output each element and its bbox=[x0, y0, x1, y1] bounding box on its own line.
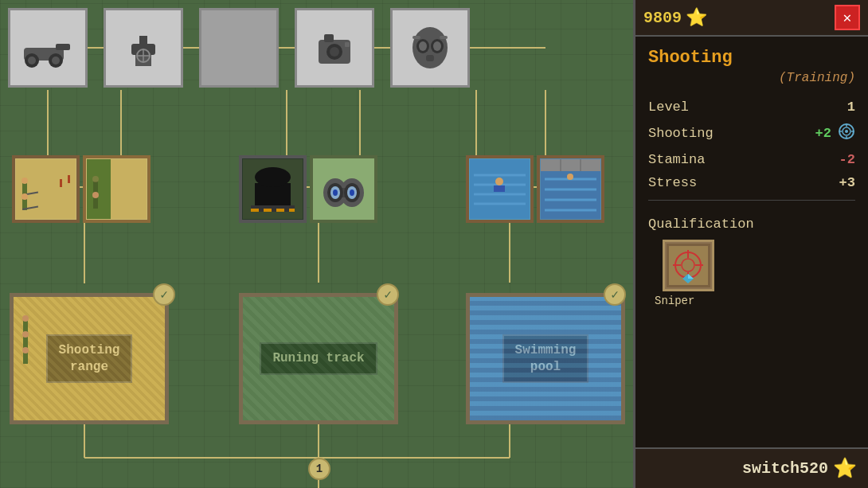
equipment-icon bbox=[307, 20, 362, 76]
svg-rect-53 bbox=[68, 175, 70, 183]
svg-rect-86 bbox=[494, 185, 505, 192]
panel-title: Shooting bbox=[648, 48, 855, 68]
target-icon bbox=[838, 123, 855, 144]
svg-point-77 bbox=[333, 189, 338, 196]
svg-rect-63 bbox=[255, 167, 291, 187]
stamina-label: Stamina bbox=[648, 152, 705, 167]
empty-icon-box[interactable] bbox=[199, 8, 279, 88]
stress-stat-row: Stress +3 bbox=[648, 175, 855, 190]
svg-point-59 bbox=[92, 192, 99, 198]
shooting-range-facility[interactable]: Shooting range bbox=[10, 293, 169, 424]
svg-point-97 bbox=[22, 315, 29, 322]
level-stat-row: Level 1 bbox=[648, 100, 855, 115]
shooting-range-art bbox=[22, 305, 69, 369]
panel-content: Shooting (Training) Level 1 Shooting +2 bbox=[635, 37, 868, 447]
panel-divider bbox=[648, 200, 855, 201]
username-text: switch520 bbox=[742, 459, 828, 478]
panel-footer: switch520 ⭐ bbox=[635, 447, 868, 488]
shooting-range-scene-1 bbox=[16, 159, 76, 219]
swimming-pool-checkmark: ✓ bbox=[604, 283, 626, 306]
shooting-range-thumb-1[interactable] bbox=[12, 155, 80, 223]
svg-rect-96 bbox=[23, 321, 28, 332]
svg-rect-65 bbox=[251, 209, 259, 212]
panel-header: 9809 ⭐ ✕ bbox=[635, 0, 868, 37]
svg-point-101 bbox=[22, 347, 29, 353]
svg-point-57 bbox=[92, 176, 99, 182]
sniper-label: Sniper bbox=[655, 295, 694, 307]
swimming-pool-facility[interactable]: Swimming pool bbox=[466, 293, 625, 424]
running-track-facility[interactable]: Runing track bbox=[239, 293, 398, 424]
shooting-range-checkmark: ✓ bbox=[153, 283, 175, 306]
cannon-icon bbox=[20, 20, 76, 76]
game-area: ✓ ✓ ✓ Shooting range Runing track Swimmi… bbox=[0, 0, 633, 488]
svg-rect-44 bbox=[440, 36, 448, 39]
right-panel: 9809 ⭐ ✕ Shooting (Training) Level 1 Sho… bbox=[633, 0, 868, 488]
stamina-stat-row: Stamina -2 bbox=[648, 152, 855, 167]
swimming-pool-thumb-1[interactable] bbox=[466, 155, 534, 223]
running-track-thumb-1[interactable] bbox=[239, 155, 307, 223]
shooting-range-thumbs bbox=[12, 155, 151, 223]
svg-point-41 bbox=[433, 41, 441, 51]
svg-point-40 bbox=[419, 41, 427, 51]
level-value: 1 bbox=[847, 100, 855, 115]
svg-rect-42 bbox=[426, 55, 434, 61]
close-button[interactable]: ✕ bbox=[835, 5, 860, 30]
svg-point-95 bbox=[567, 174, 573, 180]
crosshair-icon-box[interactable] bbox=[104, 8, 183, 88]
svg-point-85 bbox=[495, 178, 503, 185]
running-track-thumbs bbox=[239, 155, 377, 223]
level-label: Level bbox=[648, 100, 689, 115]
tunnel-scene bbox=[243, 159, 303, 219]
svg-rect-33 bbox=[324, 34, 334, 42]
svg-rect-66 bbox=[264, 209, 272, 212]
svg-rect-36 bbox=[345, 42, 350, 47]
svg-point-35 bbox=[330, 47, 339, 57]
sniper-icon bbox=[667, 244, 710, 287]
sniper-icon-box[interactable] bbox=[663, 240, 714, 291]
svg-rect-52 bbox=[60, 179, 62, 187]
running-track-thumb-2[interactable] bbox=[310, 155, 377, 223]
gold-value: 9809 bbox=[643, 9, 682, 27]
cannon-icon-box[interactable] bbox=[8, 8, 88, 88]
svg-rect-43 bbox=[412, 36, 420, 39]
swimming-pool-thumb-2[interactable] bbox=[537, 155, 604, 223]
svg-point-24 bbox=[28, 57, 36, 64]
shooting-value: +2 bbox=[815, 123, 855, 144]
svg-point-104 bbox=[845, 130, 848, 133]
equipment-icon-box[interactable] bbox=[295, 8, 374, 88]
gold-star-icon: ⭐ bbox=[686, 7, 707, 29]
shooting-range-scene-2 bbox=[87, 159, 147, 219]
turret-icon bbox=[115, 20, 171, 76]
svg-rect-68 bbox=[289, 209, 295, 212]
stress-value: +3 bbox=[839, 175, 855, 190]
svg-point-47 bbox=[22, 178, 28, 184]
stress-label: Stress bbox=[648, 175, 697, 190]
qualification-section: Qualification bbox=[648, 217, 855, 307]
gasmask-icon bbox=[402, 20, 458, 76]
svg-point-25 bbox=[52, 57, 60, 64]
svg-rect-28 bbox=[139, 36, 147, 45]
stamina-value: -2 bbox=[839, 152, 855, 167]
pool-scene-1 bbox=[470, 159, 530, 219]
bottom-badge: 1 bbox=[308, 458, 330, 480]
gold-display: 9809 ⭐ bbox=[643, 7, 707, 29]
swimming-pool-thumbs bbox=[466, 155, 604, 223]
running-track-checkmark: ✓ bbox=[377, 283, 399, 306]
svg-rect-100 bbox=[23, 353, 28, 364]
qualification-label: Qualification bbox=[648, 217, 855, 232]
svg-rect-21 bbox=[56, 44, 70, 50]
gasmask-icon-box[interactable] bbox=[390, 8, 470, 88]
svg-point-50 bbox=[22, 193, 28, 200]
binoculars-scene bbox=[314, 159, 373, 219]
svg-point-78 bbox=[350, 189, 354, 196]
svg-rect-58 bbox=[93, 197, 98, 209]
footer-star-icon: ⭐ bbox=[833, 457, 857, 480]
svg-rect-60 bbox=[111, 159, 147, 219]
panel-subtitle: (Training) bbox=[648, 71, 855, 85]
svg-point-99 bbox=[22, 331, 29, 338]
shooting-range-thumb-2[interactable] bbox=[83, 155, 151, 223]
svg-rect-67 bbox=[276, 209, 284, 212]
pool-scene-2 bbox=[541, 159, 600, 219]
svg-rect-98 bbox=[23, 337, 28, 348]
shooting-stat-row: Shooting +2 bbox=[648, 123, 855, 144]
